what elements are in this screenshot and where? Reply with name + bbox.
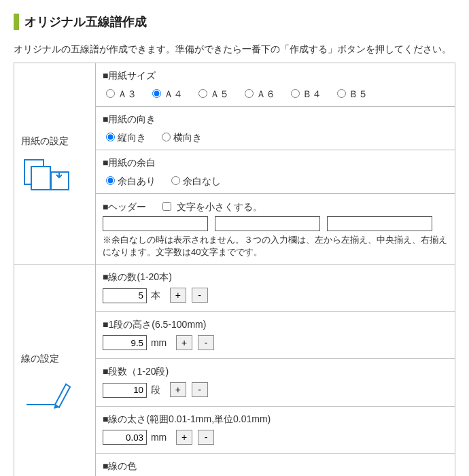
paper-orient-radio[interactable] <box>162 133 171 141</box>
line-rows-cell: ■段数（1-20段) 段 + - <box>96 359 455 407</box>
paper-orient-option[interactable]: 縦向き <box>103 132 146 143</box>
line-height-input[interactable] <box>103 335 147 350</box>
paper-margin-options: 余白あり余白なし <box>103 173 448 188</box>
header-small-checkbox[interactable] <box>162 202 171 211</box>
line-section-cell: 線の設定 <box>14 265 96 477</box>
paper-size-cell: ■用紙サイズ Ａ３Ａ４Ａ５Ａ６Ｂ４Ｂ５ <box>96 63 455 107</box>
paper-size-radio[interactable] <box>106 89 115 98</box>
paper-section-cell: 用紙の設定 <box>14 63 96 265</box>
line-thick-minus-button[interactable]: - <box>198 430 214 445</box>
paper-size-option[interactable]: Ｂ５ <box>334 88 368 99</box>
line-rows-plus-button[interactable]: + <box>170 382 186 397</box>
paper-margin-radio[interactable] <box>106 176 115 185</box>
paper-size-options: Ａ３Ａ４Ａ５Ａ６Ｂ４Ｂ５ <box>103 86 448 101</box>
line-count-unit: 本 <box>151 290 160 301</box>
line-thick-plus-button[interactable]: + <box>176 430 192 445</box>
paper-size-option[interactable]: Ａ３ <box>103 88 137 99</box>
header-center-input[interactable] <box>215 216 320 231</box>
paper-size-option[interactable]: Ａ６ <box>241 88 275 99</box>
line-height-heading: ■1段の高さ(6.5-100mm) <box>103 319 448 331</box>
paper-size-radio[interactable] <box>198 89 207 98</box>
line-thick-unit: mm <box>151 432 167 443</box>
line-height-plus-button[interactable]: + <box>176 335 192 350</box>
line-count-minus-button[interactable]: - <box>192 288 208 303</box>
paper-margin-option[interactable]: 余白あり <box>103 175 156 186</box>
paper-margin-option[interactable]: 余白なし <box>168 175 221 186</box>
paper-size-radio[interactable] <box>245 89 254 98</box>
paper-margin-radio[interactable] <box>171 176 180 185</box>
line-rows-minus-button[interactable]: - <box>192 382 208 397</box>
line-thick-cell: ■線の太さ(範囲0.01-1mm,単位0.01mm) mm + - <box>96 406 455 454</box>
line-thick-input[interactable] <box>103 430 147 445</box>
line-rows-unit: 段 <box>151 384 160 395</box>
line-count-heading: ■線の数(1-20本) <box>103 271 448 284</box>
line-count-plus-button[interactable]: + <box>170 288 186 303</box>
svg-rect-1 <box>31 167 50 190</box>
line-color-cell: ■線の色 # 黒灰赤青橙緑 <box>96 454 455 477</box>
paper-size-radio[interactable] <box>152 89 161 98</box>
paper-size-option[interactable]: Ａ４ <box>149 88 183 99</box>
paper-icon <box>21 154 72 192</box>
line-height-minus-button[interactable]: - <box>198 335 214 350</box>
paper-orient-options: 縦向き横向き <box>103 130 448 144</box>
paper-size-option[interactable]: Ｂ４ <box>288 88 322 99</box>
header-small-label: 文字を小さくする。 <box>177 201 262 212</box>
header-label: ■ヘッダー <box>103 201 146 212</box>
line-rows-heading: ■段数（1-20段) <box>103 366 448 378</box>
paper-orient-cell: ■用紙の向き 縦向き横向き <box>96 107 455 150</box>
paper-orient-option[interactable]: 横向き <box>158 132 202 143</box>
line-color-heading: ■線の色 <box>103 460 448 473</box>
paper-size-heading: ■用紙サイズ <box>103 70 448 82</box>
line-rows-input[interactable] <box>103 383 147 398</box>
paper-size-option[interactable]: Ａ５ <box>195 88 229 99</box>
header-right-input[interactable] <box>327 216 432 231</box>
paper-orient-heading: ■用紙の向き <box>103 114 448 126</box>
intro-text: オリジナルの五線譜が作成できます。準備ができたら一番下の「作成する」ボタンを押し… <box>14 44 455 56</box>
line-height-unit: mm <box>151 337 167 348</box>
paper-size-radio[interactable] <box>291 89 300 98</box>
paper-orient-radio[interactable] <box>106 133 115 141</box>
settings-table: 用紙の設定 ■用紙サイズ Ａ３Ａ４Ａ５Ａ６Ｂ４Ｂ５ ■用紙の向き 縦向き横向き … <box>14 63 455 476</box>
paper-size-radio[interactable] <box>337 89 346 98</box>
header-cell: ■ヘッダー 文字を小さくする。 ※余白なしの時は表示されません。３つの入力欄は、… <box>96 194 455 265</box>
line-count-input[interactable] <box>103 288 147 303</box>
line-count-cell: ■線の数(1-20本) 本 + - <box>96 265 455 312</box>
line-section-label: 線の設定 <box>21 353 88 365</box>
page-title: オリジナル五線譜作成 <box>14 14 455 30</box>
paper-margin-heading: ■用紙の余白 <box>103 157 448 169</box>
paper-section-label: 用紙の設定 <box>21 135 88 148</box>
line-thick-heading: ■線の太さ(範囲0.01-1mm,単位0.01mm) <box>103 413 448 426</box>
line-height-cell: ■1段の高さ(6.5-100mm) mm + - <box>96 311 455 359</box>
pencil-icon <box>21 372 72 409</box>
paper-margin-cell: ■用紙の余白 余白あり余白なし <box>96 150 455 194</box>
header-note: ※余白なしの時は表示されません。３つの入力欄は、左から左揃え、中央揃え、右揃えに… <box>103 234 448 258</box>
header-left-input[interactable] <box>103 216 208 231</box>
